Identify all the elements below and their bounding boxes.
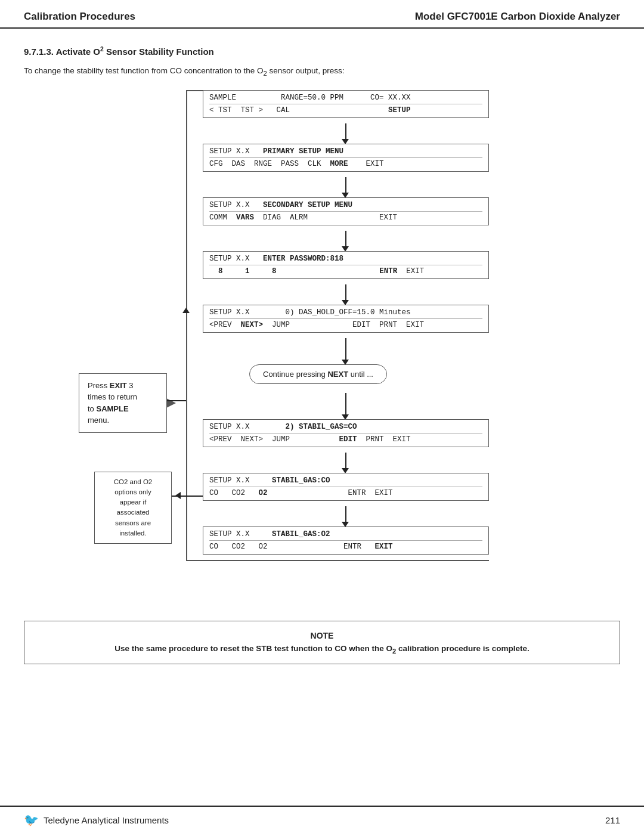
arrow-v-2 <box>345 177 346 194</box>
header-left: Calibration Procedures <box>24 11 135 23</box>
note-text: Use the same procedure to reset the STB … <box>42 644 602 655</box>
page-footer: 🐦 Teledyne Analytical Instruments 211 <box>0 806 644 833</box>
flowchart-area: SAMPLE RANGE=50.0 PPM CO= XX.XX < TST TS… <box>24 90 620 609</box>
primary-row2: CFG DAS RNGE PASS CLK MORE EXIT <box>209 160 482 168</box>
password-row1: SETUP X.X ENTER PASSWORD:818 <box>209 255 482 265</box>
section-title-prefix: Activate O <box>56 47 100 57</box>
secondary-row2: COMM VARS DIAG ALRM EXIT <box>209 213 482 222</box>
brand-name: Teledyne Analytical Instruments <box>44 815 169 825</box>
sample-row1: SAMPLE RANGE=50.0 PPM CO= XX.XX <box>209 94 482 104</box>
sample-row2: < TST TST > CAL SETUP <box>209 106 482 114</box>
section-title-suffix: Sensor Stability Function <box>104 47 214 57</box>
callout-arrow <box>167 400 186 401</box>
menu-box-sample: SAMPLE RANGE=50.0 PPM CO= XX.XX < TST TS… <box>203 90 489 118</box>
outer-bottom-line <box>186 560 489 561</box>
stabil-gas-row1: SETUP X.X 2) STABIL_GAS=CO <box>209 423 482 433</box>
stabil-co-row1: SETUP X.X STABIL_GAS:CO <box>209 476 482 487</box>
note-box: NOTE Use the same procedure to reset the… <box>24 621 620 665</box>
note-title: NOTE <box>42 631 602 640</box>
press-exit-callout: Press EXIT 3times to returnto SAMPLEmenu… <box>79 373 167 433</box>
menu-box-primary: SETUP X.X PRIMARY SETUP MENU CFG DAS RNG… <box>203 144 489 172</box>
menu-box-stabil-o2: SETUP X.X STABIL_GAS:O2 CO CO2 O2 ENTR E… <box>203 527 489 555</box>
page-header: Calibration Procedures Model GFC7001E Ca… <box>0 0 644 29</box>
bottom-left-connector <box>186 560 203 561</box>
secondary-row1: SETUP X.X SECONDARY SETUP MENU <box>209 201 482 212</box>
stabil-co-row2: CO CO2 O2 ENTR EXIT <box>209 489 482 497</box>
stabil-o2-row2: CO CO2 O2 ENTR EXIT <box>209 543 482 551</box>
note-arrowhead <box>175 492 181 499</box>
brand-icon: 🐦 <box>24 813 39 827</box>
arrow-v-4 <box>345 284 346 301</box>
footer-brand: 🐦 Teledyne Analytical Instruments <box>24 813 169 827</box>
oval-continue: Continue pressing NEXT until ... <box>249 364 387 384</box>
das-row1: SETUP X.X 0) DAS_HOLD_OFF=15.0 Minutes <box>209 308 482 319</box>
menu-box-stabil-co: SETUP X.X STABIL_GAS:CO CO CO2 O2 ENTR E… <box>203 473 489 501</box>
co2-o2-note: CO2 and O2options onlyappear ifassociate… <box>94 472 172 544</box>
stabil-gas-row2: <PREV NEXT> JUMP EDIT PRNT EXIT <box>209 435 482 444</box>
header-right: Model GFC7001E Carbon Dioxide Analyzer <box>415 11 620 23</box>
main-content: 9.7.1.3. Activate O2 Sensor Stability Fu… <box>0 29 644 683</box>
arrow-v-8 <box>345 506 346 523</box>
intro-text: To change the stability test function fr… <box>24 66 620 77</box>
menu-box-stabil-gas: SETUP X.X 2) STABIL_GAS=CO <PREV NEXT> J… <box>203 419 489 447</box>
page-number: 211 <box>605 815 620 825</box>
arrow-v-3 <box>345 231 346 247</box>
arrow-v-6 <box>345 393 346 416</box>
section-number: 9.7.1.3. <box>24 47 54 57</box>
das-row2: <PREV NEXT> JUMP EDIT PRNT EXIT <box>209 321 482 329</box>
menu-box-secondary: SETUP X.X SECONDARY SETUP MENU COMM VARS… <box>203 197 489 225</box>
outer-left-line <box>186 90 187 560</box>
menu-box-password: SETUP X.X ENTER PASSWORD:818 8 1 8 ENTR … <box>203 251 489 279</box>
section-title: 9.7.1.3. Activate O2 Sensor Stability Fu… <box>24 45 620 57</box>
password-row2: 8 1 8 ENTR EXIT <box>209 267 482 275</box>
arrow-v-7 <box>345 453 346 469</box>
outer-top-connector <box>186 90 203 91</box>
stabil-o2-row1: SETUP X.X STABIL_GAS:O2 <box>209 530 482 541</box>
menu-box-das: SETUP X.X 0) DAS_HOLD_OFF=15.0 Minutes <… <box>203 305 489 333</box>
arrowhead-left-exit <box>182 308 190 313</box>
primary-row1: SETUP X.X PRIMARY SETUP MENU <box>209 147 482 158</box>
arrow-v-1 <box>345 123 346 140</box>
arrow-v-5 <box>345 338 346 361</box>
